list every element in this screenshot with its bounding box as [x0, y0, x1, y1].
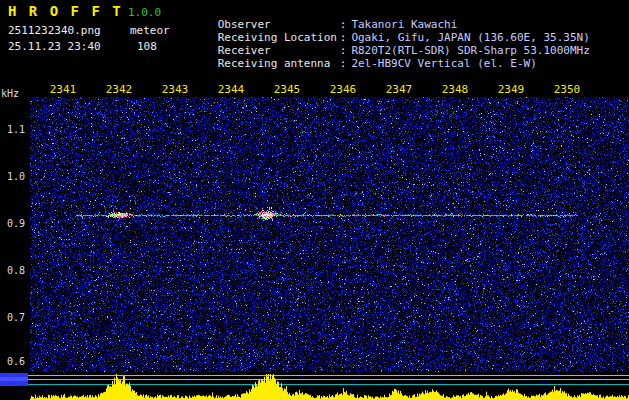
echo-count: 108: [137, 40, 157, 53]
time-tick-2349: 2349: [496, 83, 526, 96]
info-value: Ogaki, Gifu, JAPAN (136.60E, 35.35N): [351, 31, 589, 44]
freq-tick-0-8: 0.8: [0, 265, 25, 276]
freq-tick-0-6: 0.6: [0, 356, 25, 367]
time-tick-2342: 2342: [104, 83, 134, 96]
time-tick-2341: 2341: [48, 83, 78, 96]
info-separator: :: [340, 57, 347, 70]
freq-tick-0-7: 0.7: [0, 312, 25, 323]
freq-axis-unit: kHz: [1, 88, 19, 99]
freq-tick-1-0: 1.0: [0, 171, 25, 182]
app-title: H R O F F T: [8, 3, 123, 19]
mode-label: meteor: [130, 24, 170, 37]
hrofft-window: H R O F F T 1.0.0 2511232340.png meteor …: [0, 0, 629, 400]
info-label: Receiving Location: [218, 31, 340, 44]
signal-level-strip-canvas: [0, 372, 629, 400]
app-version: 1.0.0: [128, 6, 161, 19]
time-tick-2343: 2343: [160, 83, 190, 96]
time-tick-2346: 2346: [328, 83, 358, 96]
info-value: R820T2(RTL-SDR) SDR-Sharp 53.1000MHz: [351, 44, 589, 57]
info-row-observer: Observer:Takanori Kawachi: [178, 5, 590, 18]
info-separator: :: [340, 44, 347, 57]
info-value: 2el-HB9CV Vertical (el. E-W): [351, 57, 536, 70]
freq-tick-0-9: 0.9: [0, 218, 25, 229]
time-tick-2350: 2350: [552, 83, 582, 96]
info-value: Takanori Kawachi: [351, 18, 457, 31]
time-tick-2348: 2348: [440, 83, 470, 96]
info-separator: :: [340, 31, 347, 44]
time-tick-2344: 2344: [216, 83, 246, 96]
datetime-label: 25.11.23 23:40: [8, 40, 101, 53]
time-tick-2347: 2347: [384, 83, 414, 96]
station-info-block: Observer:Takanori Kawachi Receiving Loca…: [178, 5, 590, 57]
time-tick-2345: 2345: [272, 83, 302, 96]
spectrogram-canvas: [30, 97, 629, 372]
info-label: Receiving antenna: [218, 57, 340, 70]
freq-tick-1-1: 1.1: [0, 124, 25, 135]
info-label: Receiver: [218, 44, 340, 57]
output-filename: 2511232340.png: [8, 24, 101, 37]
info-label: Observer: [218, 18, 340, 31]
info-separator: :: [340, 18, 347, 31]
